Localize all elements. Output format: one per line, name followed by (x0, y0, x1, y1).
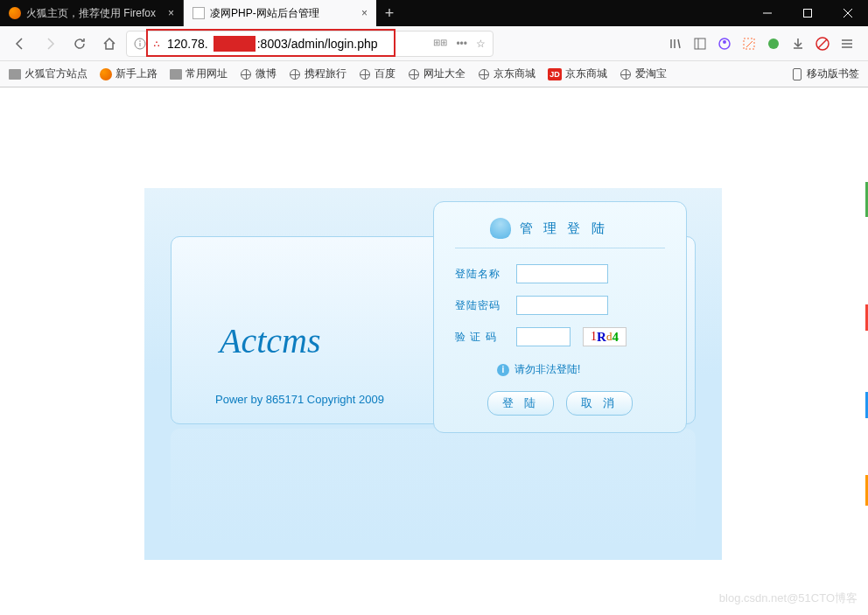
form-row-password: 登陆密码 (455, 296, 665, 315)
bookmark-item[interactable]: 爱淘宝 (620, 66, 667, 81)
close-icon[interactable]: × (168, 7, 174, 19)
url-text-suffix: :8003/admin/login.php (257, 37, 378, 51)
login-button[interactable]: 登 陆 (487, 391, 554, 416)
svg-line-17 (818, 39, 827, 48)
screenshot-icon[interactable] (742, 37, 756, 51)
tab-label: 凌网PHP-网站后台管理 (210, 6, 319, 21)
bookmark-item[interactable]: 常用网址 (170, 66, 228, 81)
divider (455, 248, 665, 248)
home-button[interactable] (96, 31, 122, 57)
bookmark-label: 百度 (374, 66, 396, 81)
page-content: Actcms Power by 865171 Copyright 2009 管 … (0, 87, 868, 615)
more-icon[interactable]: ••• (456, 38, 467, 50)
svg-point-13 (723, 40, 726, 44)
page-icon (192, 7, 205, 19)
window-titlebar: 火狐主页，推荐使用 Firefox × 凌网PHP-网站后台管理 × + (0, 0, 868, 26)
bookmark-label: 微博 (256, 66, 276, 81)
user-icon (490, 218, 511, 239)
browser-tab-inactive[interactable]: 火狐主页，推荐使用 Firefox × (0, 0, 184, 26)
svg-rect-14 (744, 38, 754, 49)
bookmark-item[interactable]: 百度 (359, 66, 396, 81)
extension-icon[interactable] (766, 37, 780, 51)
bookmark-mobile[interactable]: 移动版书签 (791, 66, 859, 81)
close-window-button[interactable] (828, 0, 868, 26)
download-icon[interactable] (791, 37, 805, 51)
tab-label: 火狐主页，推荐使用 Firefox (26, 6, 156, 21)
bookmark-label: 新手上路 (116, 66, 158, 81)
label-captcha: 验 证 码 (455, 330, 504, 345)
bookmark-item[interactable]: JD京东商城 (548, 66, 607, 81)
address-toolbar: ⛬ 120.78. :8003/admin/login.php ⊞⊞ ••• ☆ (0, 26, 868, 61)
bookmark-item[interactable]: 火狐官方站点 (9, 66, 88, 81)
library-icon[interactable] (668, 37, 682, 51)
reader-icon[interactable]: ⊞⊞ (433, 38, 447, 50)
bookmark-star-icon[interactable]: ☆ (476, 38, 486, 50)
bookmark-label: 京东商城 (565, 66, 607, 81)
jd-icon: JD (548, 68, 562, 80)
login-title-text: 管 理 登 陆 (520, 220, 608, 237)
bookmark-item[interactable]: 网址大全 (408, 66, 466, 81)
bookmark-label: 移动版书签 (807, 66, 859, 81)
watermark-text: blog.csdn.net@51CTO博客 (719, 591, 858, 606)
forward-button[interactable] (37, 31, 63, 57)
info-icon: i (497, 364, 509, 376)
login-form: 管 理 登 陆 登陆名称 登陆密码 验 证 码 1Rd4 i 请勿非法登陆! (433, 201, 687, 433)
svg-point-6 (139, 40, 141, 42)
bookmark-label: 网址大全 (424, 66, 466, 81)
button-row: 登 陆 取 消 (455, 391, 665, 416)
captcha-image[interactable]: 1Rd4 (583, 327, 626, 346)
firefox-icon (9, 7, 21, 19)
svg-point-15 (768, 38, 779, 49)
cancel-button[interactable]: 取 消 (566, 391, 633, 416)
label-password: 登陆密码 (455, 298, 504, 313)
close-icon[interactable]: × (361, 7, 368, 19)
bookmark-label: 常用网址 (186, 66, 228, 81)
noscript-icon[interactable] (816, 37, 830, 51)
svg-rect-1 (804, 10, 812, 17)
reflection-decor (171, 429, 696, 547)
svg-rect-10 (695, 38, 705, 49)
password-input[interactable] (516, 296, 608, 315)
form-row-username: 登陆名称 (455, 264, 665, 283)
bookmark-item[interactable]: 携程旅行 (289, 66, 346, 81)
info-icon (134, 38, 146, 50)
menu-icon[interactable] (840, 37, 854, 51)
back-button[interactable] (7, 31, 33, 57)
new-tab-button[interactable]: + (376, 0, 402, 26)
bookmark-item[interactable]: 京东商城 (478, 66, 536, 81)
reload-button[interactable] (66, 31, 93, 57)
warning-icon: ⛬ (151, 38, 162, 50)
copyright-text: Power by 865171 Copyright 2009 (215, 393, 384, 406)
warning-message: i 请勿非法登陆! (497, 362, 665, 377)
brand-logo: Actcms (220, 320, 321, 361)
bookmark-label: 爱淘宝 (635, 66, 667, 81)
url-text-prefix: 120.78. (167, 37, 208, 51)
label-username: 登陆名称 (455, 267, 504, 282)
captcha-input[interactable] (516, 327, 570, 346)
warning-text: 请勿非法登陆! (514, 362, 580, 377)
form-row-captcha: 验 证 码 1Rd4 (455, 327, 665, 346)
sidebar-icon[interactable] (693, 37, 707, 51)
maximize-button[interactable] (788, 0, 828, 26)
minimize-button[interactable] (747, 0, 788, 26)
bookmark-item[interactable]: 新手上路 (100, 66, 158, 81)
login-container: Actcms Power by 865171 Copyright 2009 管 … (144, 188, 722, 560)
bookmarks-bar: 火狐官方站点 新手上路 常用网址 微博 携程旅行 百度 网址大全 京东商城 JD… (0, 61, 868, 87)
bookmark-item[interactable]: 微博 (240, 66, 276, 81)
bookmark-label: 京东商城 (494, 66, 536, 81)
login-title: 管 理 登 陆 (490, 218, 665, 239)
bookmark-label: 携程旅行 (304, 66, 346, 81)
username-input[interactable] (516, 264, 608, 283)
account-icon[interactable] (718, 37, 732, 51)
url-input[interactable]: ⛬ 120.78. :8003/admin/login.php ⊞⊞ ••• ☆ (126, 31, 494, 57)
bookmark-label: 火狐官方站点 (24, 66, 88, 81)
browser-tab-active[interactable]: 凌网PHP-网站后台管理 × (184, 0, 376, 26)
svg-line-9 (678, 39, 680, 48)
